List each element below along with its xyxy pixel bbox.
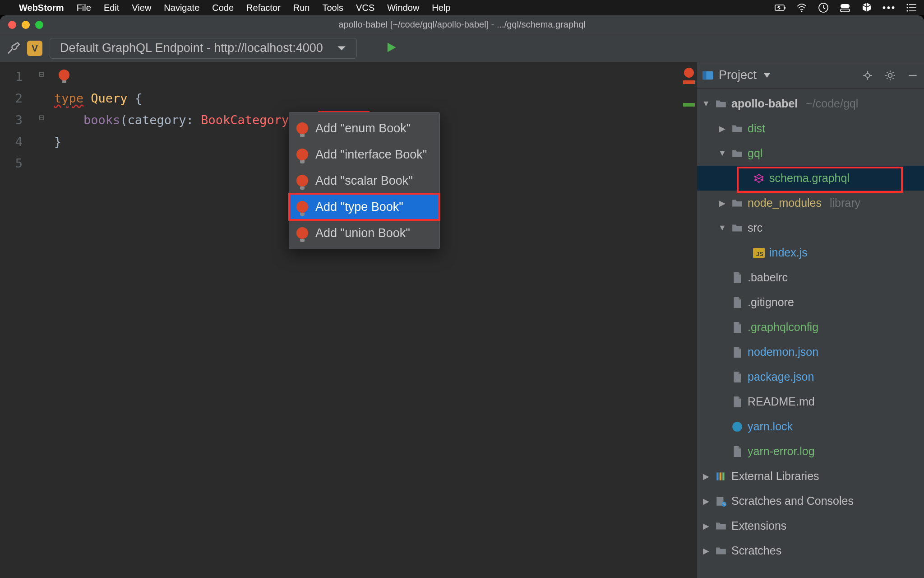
tree-row[interactable]: ▶Extensions	[697, 513, 924, 538]
svg-point-17	[754, 179, 756, 181]
tree-row[interactable]: JSindex.js	[697, 240, 924, 265]
menu-refactor[interactable]: Refactor	[246, 3, 281, 13]
file-icon	[731, 272, 743, 284]
ide-window: apollo-babel [~/code/gql/apollo-babel] -…	[0, 15, 924, 578]
gear-icon[interactable]	[884, 70, 896, 81]
tree-row[interactable]: package.json	[697, 364, 924, 389]
fold-handle-icon[interactable]: ⊟	[39, 112, 44, 123]
diagnostic-marker-ok[interactable]	[683, 103, 695, 107]
battery-icon	[774, 2, 786, 14]
svg-point-18	[762, 179, 763, 181]
chevron-down-icon[interactable]	[764, 73, 770, 78]
project-tool-window: Project ▼ apollo-babel ~/code/gql ▶dist▼…	[697, 62, 924, 578]
window-title: apollo-babel [~/code/gql/apollo-babel] -…	[0, 19, 924, 30]
svg-point-11	[866, 73, 870, 77]
app-name[interactable]: WebStorm	[19, 3, 64, 13]
line-number-gutter: 1 2 3 4 5	[0, 62, 33, 578]
error-bulb-icon	[296, 149, 308, 160]
file-icon	[731, 346, 743, 358]
tree-row[interactable]: ▶External Libraries	[697, 464, 924, 489]
folder-icon	[731, 222, 743, 234]
code-editor[interactable]: 1 2 3 4 5 ⊟ ⊟ type Query { books(categor…	[0, 62, 697, 578]
menu-help[interactable]: Help	[432, 3, 450, 13]
tree-row[interactable]: schema.graphql	[697, 166, 924, 191]
endpoint-selector[interactable]: Default GraphQL Endpoint - http://localh…	[50, 38, 357, 59]
tree-item-label: Extensions	[731, 519, 786, 532]
svg-point-14	[758, 181, 760, 183]
intention-item[interactable]: Add "type Book"	[289, 194, 439, 220]
intention-item[interactable]: Add "scalar Book"	[289, 168, 439, 194]
file-icon	[731, 322, 743, 333]
intention-item[interactable]: Add "interface Book"	[289, 141, 439, 168]
zoom-window-button[interactable]	[35, 21, 43, 29]
minimize-window-button[interactable]	[22, 21, 30, 29]
svg-rect-20	[716, 472, 718, 480]
svg-rect-5	[841, 9, 850, 12]
menu-code[interactable]: Code	[212, 3, 234, 13]
project-tool-header: Project	[697, 62, 924, 89]
tree-item-label: node_modules	[748, 196, 822, 210]
tree-item-label: .babelrc	[748, 271, 788, 284]
tree-row[interactable]: ▶Scratches and Consoles	[697, 489, 924, 513]
menu-run[interactable]: Run	[293, 3, 310, 13]
project-tree[interactable]: ▼ apollo-babel ~/code/gql ▶dist▼gqlschem…	[697, 89, 924, 578]
intention-item[interactable]: Add "enum Book"	[289, 115, 439, 141]
svg-point-6	[907, 4, 908, 5]
svg-point-2	[801, 11, 802, 12]
tree-row[interactable]: README.md	[697, 389, 924, 414]
scratches-icon	[715, 495, 727, 507]
menu-view[interactable]: View	[132, 3, 151, 13]
version-badge[interactable]: V	[27, 41, 42, 56]
file-icon	[731, 371, 743, 383]
fold-handle-icon[interactable]: ⊟	[39, 69, 44, 79]
project-tool-title[interactable]: Project	[719, 68, 757, 82]
intention-label: Add "scalar Book"	[315, 174, 413, 188]
menu-edit[interactable]: Edit	[104, 3, 119, 13]
menu-navigate[interactable]: Navigate	[164, 3, 199, 13]
locate-icon[interactable]	[862, 70, 873, 81]
tree-item-label: External Libraries	[731, 470, 819, 483]
tree-root[interactable]: ▼ apollo-babel ~/code/gql	[697, 91, 924, 116]
tree-row[interactable]: yarn.lock	[697, 414, 924, 439]
menu-window[interactable]: Window	[387, 3, 419, 13]
tree-item-label: gql	[748, 147, 762, 160]
tree-row[interactable]: ▶dist	[697, 116, 924, 141]
overflow-icon[interactable]: •••	[882, 3, 896, 13]
tree-item-label: schema.graphql	[769, 172, 850, 185]
svg-rect-10	[702, 71, 706, 79]
list-icon[interactable]	[906, 2, 918, 14]
wrench-icon[interactable]	[6, 42, 20, 55]
toggle-icon	[839, 2, 851, 14]
folder-icon	[731, 197, 743, 209]
intention-item[interactable]: Add "union Book"	[289, 220, 439, 246]
tree-item-label: README.md	[748, 395, 815, 408]
main-toolbar: V Default GraphQL Endpoint - http://loca…	[0, 34, 924, 62]
tree-row[interactable]: .babelrc	[697, 265, 924, 290]
tree-row[interactable]: nodemon.json	[697, 340, 924, 364]
menu-vcs[interactable]: VCS	[356, 3, 374, 13]
close-window-button[interactable]	[8, 21, 16, 29]
tree-row[interactable]: ▶Scratches	[697, 538, 924, 563]
tree-row[interactable]: yarn-error.log	[697, 439, 924, 464]
intention-label: Add "interface Book"	[315, 148, 427, 162]
menu-file[interactable]: File	[77, 3, 91, 13]
minimize-panel-icon[interactable]	[907, 70, 919, 81]
tree-item-label: nodemon.json	[748, 345, 818, 359]
tree-row[interactable]: ▼src	[697, 215, 924, 240]
tree-item-label: Scratches	[731, 544, 781, 557]
tree-row[interactable]: .graphqlconfig	[697, 315, 924, 340]
project-view-icon	[702, 69, 714, 82]
run-button[interactable]	[385, 41, 397, 56]
tree-item-label: src	[748, 221, 762, 234]
diagnostic-marker-error[interactable]	[683, 80, 695, 84]
endpoint-label: Default GraphQL Endpoint - http://localh…	[60, 41, 323, 55]
wifi-icon	[796, 2, 808, 14]
tree-row[interactable]: ▶node_moduleslibrary	[697, 191, 924, 215]
error-stripe-icon[interactable]	[684, 68, 694, 78]
intention-label: Add "enum Book"	[315, 121, 411, 135]
tree-item-label: .graphqlconfig	[748, 321, 818, 334]
error-bulb-icon	[296, 201, 308, 213]
menu-tools[interactable]: Tools	[322, 3, 343, 13]
tree-row[interactable]: ▼gql	[697, 141, 924, 166]
tree-row[interactable]: .gitignore	[697, 290, 924, 315]
